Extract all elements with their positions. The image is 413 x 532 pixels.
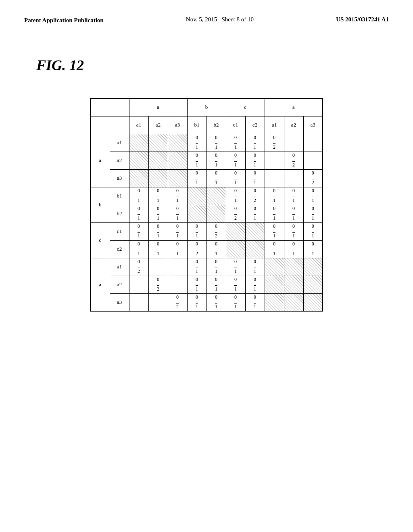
cell-a1-c1: 01 <box>226 134 245 152</box>
cell-a2-a3 <box>168 152 187 169</box>
header-date: Nov. 5, 2015 <box>186 16 217 23</box>
cell-a3b-a1b <box>265 293 284 311</box>
table-row: a3 02 01 01 01 01 <box>90 293 323 311</box>
cell-c1-a2: 01 <box>148 222 168 240</box>
cell-a1b-b2: 01 <box>206 258 226 276</box>
cell-c2-a3: 01 <box>168 240 187 258</box>
col-group-a2: a <box>265 98 323 116</box>
cell-c1-c2 <box>245 222 265 240</box>
cell-c2-c1 <box>226 240 245 258</box>
cell-a1-a1b: 02 <box>265 134 284 152</box>
cell-a2b-a1 <box>129 276 148 293</box>
cell-a1-a1 <box>129 134 148 152</box>
cell-a1b-c1: 01 <box>226 258 245 276</box>
col-sub-a2: a2 <box>148 116 168 134</box>
row-group-a1: a <box>90 134 110 187</box>
cell-b1-a3b: 01 <box>303 187 323 205</box>
table-row: b2 01 01 01 02 01 01 01 01 <box>90 205 323 222</box>
row-group-c: c <box>90 222 110 258</box>
cell-a2-c1: 01 <box>226 152 245 169</box>
cell-a1b-c2: 01 <box>245 258 265 276</box>
cell-c2-b1: 02 <box>187 240 206 258</box>
cell-c1-b2: 02 <box>206 222 226 240</box>
cell-c2-b2: 01 <box>206 240 226 258</box>
cell-a2b-a1b <box>265 276 284 293</box>
cell-a1b-a3 <box>168 258 187 276</box>
cell-a1-b2: 01 <box>206 134 226 152</box>
col-sub-a3: a3 <box>168 116 187 134</box>
cell-b1-b1 <box>187 187 206 205</box>
cell-a3b-b2: 01 <box>206 293 226 311</box>
row-group-a2: a <box>90 258 110 311</box>
cell-c1-a2b: 01 <box>284 222 303 240</box>
cell-a3-c1: 01 <box>226 169 245 187</box>
row-label-a3: a3 <box>110 169 129 187</box>
row-label-a2b: a2 <box>110 276 129 293</box>
col-header-row: a1 a2 a3 b1 b2 c1 c2 a1 a2 a3 <box>90 116 323 134</box>
cell-a2b-a2: 02 <box>148 276 168 293</box>
table-row: c2 01 01 01 02 01 01 01 01 <box>90 240 323 258</box>
cell-a1-a3 <box>168 134 187 152</box>
cell-b1-a2: 01 <box>148 187 168 205</box>
cell-b1-a1b: 01 <box>265 187 284 205</box>
table-container: a b c a a1 a2 a3 b1 b2 c1 c2 a1 a2 a3 <box>24 98 389 312</box>
cell-b2-a3b: 01 <box>303 205 323 222</box>
cell-a3b-c1: 01 <box>226 293 245 311</box>
col-sub-c1: c1 <box>226 116 245 134</box>
row-label-a2: a2 <box>110 152 129 169</box>
cell-c2-a3b: 01 <box>303 240 323 258</box>
cell-b2-b2 <box>206 205 226 222</box>
cell-a1-a2 <box>148 134 168 152</box>
cell-c1-c1 <box>226 222 245 240</box>
cell-a2-a1 <box>129 152 148 169</box>
cell-b1-b2 <box>206 187 226 205</box>
col-sub-c2: c2 <box>245 116 265 134</box>
row-label-c2: c2 <box>110 240 129 258</box>
main-table: a b c a a1 a2 a3 b1 b2 c1 c2 a1 a2 a3 <box>90 98 323 312</box>
cell-a2b-a3b <box>303 276 323 293</box>
cell-a3-a1 <box>129 169 148 187</box>
cell-a1b-a1b <box>265 258 284 276</box>
row-group-b: b <box>90 187 110 222</box>
cell-b2-c2: 01 <box>245 205 265 222</box>
cell-a2b-a3 <box>168 276 187 293</box>
cell-a3b-a2b <box>284 293 303 311</box>
cell-a2b-a2b <box>284 276 303 293</box>
table-row: a a1 02 01 01 01 01 <box>90 258 323 276</box>
cell-b2-a3: 01 <box>168 205 187 222</box>
header-right: US 2015/0317241 A1 <box>336 16 389 23</box>
header-sheet: Sheet 8 of 10 <box>221 16 254 23</box>
cell-a1b-a2b <box>284 258 303 276</box>
cell-c2-c2 <box>245 240 265 258</box>
row-label-b1: b1 <box>110 187 129 205</box>
cell-a1b-a3b <box>303 258 323 276</box>
cell-b2-a1b: 01 <box>265 205 284 222</box>
cell-a3-a2 <box>148 169 168 187</box>
cell-a3-a1b <box>265 169 284 187</box>
cell-a1-c2: 01 <box>245 134 265 152</box>
cell-a2-a1b <box>265 152 284 169</box>
cell-b2-b1 <box>187 205 206 222</box>
cell-a1-a3b <box>303 134 323 152</box>
cell-a2-c2: 01 <box>245 152 265 169</box>
cell-a1-b1: 01 <box>187 134 206 152</box>
cell-a1-a2b <box>284 134 303 152</box>
page-header: Patent Application Publication Nov. 5, 2… <box>24 16 389 25</box>
cell-a2b-b1: 01 <box>187 276 206 293</box>
cell-a3-c2: 01 <box>245 169 265 187</box>
cell-a3b-a3b <box>303 293 323 311</box>
col-group-a1: a <box>129 98 187 116</box>
cell-a1b-b1: 01 <box>187 258 206 276</box>
cell-a2-b2: 01 <box>206 152 226 169</box>
cell-c1-a3b: 01 <box>303 222 323 240</box>
table-row: a a1 01 01 01 01 02 <box>90 134 323 152</box>
cell-b2-a2b: 01 <box>284 205 303 222</box>
cell-c2-a2: 01 <box>148 240 168 258</box>
cell-c2-a1b: 01 <box>265 240 284 258</box>
cell-c1-a1: 01 <box>129 222 148 240</box>
cell-a1b-a1: 02 <box>129 258 148 276</box>
table-row: a2 01 01 01 01 02 <box>90 152 323 169</box>
cell-a2-a2b: 02 <box>284 152 303 169</box>
table-row: b b1 01 01 01 01 02 01 01 01 <box>90 187 323 205</box>
cell-a3-a2b <box>284 169 303 187</box>
